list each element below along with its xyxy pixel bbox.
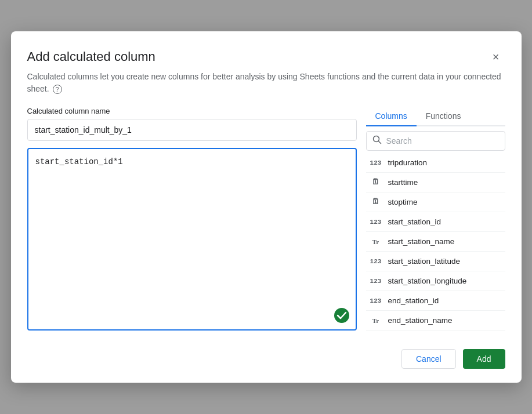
dialog-footer: Cancel Add bbox=[27, 342, 505, 369]
search-input[interactable] bbox=[386, 136, 499, 146]
column-name-section: Calculated column name bbox=[27, 107, 357, 141]
content-area: Calculated column name start_station_id*… bbox=[27, 107, 505, 331]
column-name: start_station_longitude bbox=[388, 277, 467, 285]
cancel-button[interactable]: Cancel bbox=[401, 349, 456, 369]
list-item[interactable]: 123 end_station_id bbox=[366, 291, 505, 311]
valid-icon bbox=[334, 307, 350, 324]
add-calculated-column-dialog: Add calculated column × Calculated colum… bbox=[11, 31, 522, 383]
type-icon-number: 123 bbox=[370, 219, 382, 226]
column-name: stoptime bbox=[388, 198, 418, 206]
list-item[interactable]: 123 start_station_longitude bbox=[366, 271, 505, 291]
column-name-input[interactable] bbox=[27, 119, 357, 141]
type-icon-text: Tr bbox=[370, 317, 382, 324]
type-icon-date: 🗓 bbox=[370, 178, 382, 187]
formula-editor-wrapper: start_station_id*1 bbox=[27, 148, 357, 331]
right-panel: Columns Functions 123 tripduration bbox=[366, 107, 505, 331]
list-item[interactable]: 123 tripduration bbox=[366, 153, 505, 173]
tabs-bar: Columns Functions bbox=[366, 107, 505, 126]
column-name: starttime bbox=[388, 178, 418, 187]
add-button[interactable]: Add bbox=[463, 349, 505, 369]
type-icon-number: 123 bbox=[370, 258, 382, 265]
list-item[interactable]: 123 start_station_id bbox=[366, 212, 505, 232]
list-item[interactable]: 123 start_station_latitude bbox=[366, 252, 505, 271]
type-icon-number: 123 bbox=[370, 297, 382, 304]
column-name: start_station_id bbox=[388, 217, 441, 226]
svg-point-0 bbox=[334, 308, 349, 323]
close-button[interactable]: × bbox=[487, 48, 505, 66]
column-list: 123 tripduration 🗓 starttime 🗓 stoptime … bbox=[366, 153, 505, 331]
search-icon bbox=[372, 135, 382, 147]
left-panel: Calculated column name start_station_id*… bbox=[27, 107, 357, 331]
type-icon-number: 123 bbox=[370, 159, 382, 166]
type-icon-date: 🗓 bbox=[370, 198, 382, 206]
help-icon[interactable]: ? bbox=[53, 85, 62, 94]
list-item[interactable]: Tr start_station_name bbox=[366, 232, 505, 252]
column-name-label: Calculated column name bbox=[27, 107, 357, 115]
list-item[interactable]: 🗓 starttime bbox=[366, 173, 505, 193]
tab-columns[interactable]: Columns bbox=[366, 107, 417, 126]
dialog-header: Add calculated column × bbox=[27, 48, 505, 66]
type-icon-text: Tr bbox=[370, 238, 382, 245]
tab-functions[interactable]: Functions bbox=[417, 107, 471, 126]
column-name: end_station_id bbox=[388, 296, 439, 305]
column-name: tripduration bbox=[388, 158, 428, 167]
type-icon-number: 123 bbox=[370, 278, 382, 285]
list-item[interactable]: 🗓 stoptime bbox=[366, 193, 505, 212]
dialog-description: Calculated columns let you create new co… bbox=[27, 71, 505, 95]
column-name: start_station_name bbox=[388, 237, 455, 246]
formula-textarea[interactable]: start_station_id*1 bbox=[28, 149, 356, 311]
search-box bbox=[366, 131, 505, 151]
column-name: end_station_name bbox=[388, 316, 453, 325]
column-name: start_station_latitude bbox=[388, 257, 461, 266]
dialog-title: Add calculated column bbox=[27, 49, 155, 64]
list-item[interactable]: Tr end_station_name bbox=[366, 311, 505, 331]
svg-line-2 bbox=[378, 141, 381, 144]
